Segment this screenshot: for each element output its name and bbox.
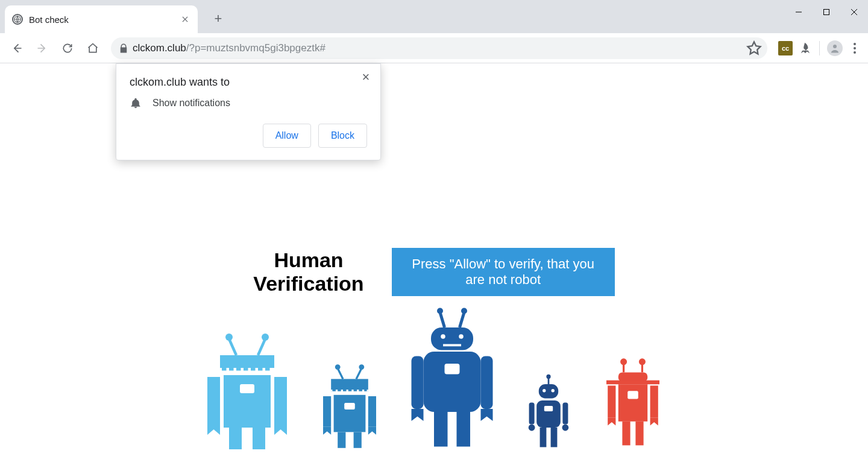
allow-button[interactable]: Allow — [263, 124, 311, 148]
svg-rect-13 — [229, 428, 242, 449]
svg-rect-46 — [536, 400, 561, 428]
svg-rect-64 — [622, 422, 630, 446]
globe-icon — [12, 14, 23, 25]
browser-toolbar: clckom.club/?p=muztsnbvmq5gi3bpgeztk# cc — [0, 33, 868, 63]
svg-point-45 — [552, 389, 555, 392]
svg-rect-22 — [344, 403, 355, 410]
svg-rect-59 — [606, 381, 659, 385]
svg-rect-26 — [354, 432, 362, 447]
svg-rect-35 — [424, 352, 481, 412]
svg-line-17 — [338, 368, 343, 379]
svg-rect-31 — [431, 327, 473, 350]
toolbar-actions: cc — [775, 40, 862, 56]
home-button[interactable] — [82, 37, 104, 59]
svg-rect-2 — [824, 10, 829, 15]
svg-rect-61 — [627, 391, 638, 399]
window-close-button[interactable] — [840, 0, 868, 24]
svg-rect-11 — [207, 377, 220, 422]
permission-title: clckom.club wants to — [130, 76, 367, 89]
svg-line-7 — [258, 339, 265, 355]
robot-icon — [407, 306, 497, 450]
svg-rect-65 — [635, 422, 643, 446]
svg-point-3 — [833, 45, 837, 48]
svg-rect-23 — [323, 396, 331, 427]
svg-rect-34 — [443, 344, 461, 346]
address-bar[interactable]: clckom.club/?p=muztsnbvmq5gi3bpgeztk# — [111, 37, 767, 59]
lock-icon[interactable] — [118, 43, 129, 54]
svg-rect-62 — [608, 385, 615, 417]
svg-rect-24 — [368, 396, 376, 427]
page-content: Human Verification Press "Allow" to veri… — [0, 63, 868, 468]
page-heading: Human Verification — [253, 248, 363, 296]
back-button[interactable] — [6, 37, 28, 59]
svg-line-6 — [229, 339, 236, 355]
svg-line-30 — [460, 312, 465, 327]
svg-rect-14 — [253, 428, 265, 449]
robot-icon — [521, 373, 576, 449]
svg-rect-38 — [481, 356, 493, 409]
browser-menu-button[interactable] — [848, 41, 862, 55]
profile-avatar[interactable] — [827, 40, 843, 56]
svg-rect-53 — [551, 428, 558, 447]
svg-rect-39 — [434, 412, 448, 447]
svg-rect-63 — [650, 385, 658, 417]
svg-rect-10 — [240, 384, 254, 393]
svg-rect-49 — [562, 403, 568, 425]
svg-rect-48 — [529, 403, 535, 425]
instruction-banner: Press "Allow" to verify, that you are no… — [392, 248, 615, 296]
robot-icon — [316, 363, 383, 449]
extension-rocket-icon[interactable] — [797, 41, 812, 55]
svg-rect-37 — [412, 356, 424, 409]
svg-line-29 — [440, 312, 445, 327]
url-domain: clckom.club — [133, 42, 186, 54]
svg-rect-52 — [540, 428, 547, 447]
svg-point-55 — [639, 358, 646, 365]
close-icon[interactable]: × — [359, 70, 373, 84]
tab-title: Bot check — [29, 14, 174, 25]
permission-item: Show notifications — [130, 97, 367, 109]
svg-point-54 — [620, 358, 627, 365]
robot-icon — [202, 332, 292, 449]
window-minimize-button[interactable] — [785, 0, 813, 24]
browser-tabstrip: Bot check + — [0, 0, 868, 33]
heading-line1: Human — [274, 248, 343, 271]
svg-rect-60 — [618, 384, 647, 422]
url-path: /?p=muztsnbvmq5gi3bpgeztk# — [186, 42, 326, 54]
extension-cc-icon[interactable]: cc — [778, 41, 793, 55]
toolbar-divider — [819, 41, 820, 55]
window-controls — [785, 0, 868, 24]
reload-button[interactable] — [57, 37, 78, 59]
close-icon[interactable] — [180, 14, 190, 25]
svg-rect-36 — [445, 364, 460, 375]
window-maximize-button[interactable] — [813, 0, 840, 24]
bell-icon — [130, 97, 142, 109]
svg-point-33 — [459, 334, 464, 339]
svg-rect-9 — [224, 375, 271, 428]
svg-rect-25 — [338, 432, 345, 447]
svg-point-50 — [529, 425, 535, 431]
svg-point-44 — [542, 389, 546, 392]
svg-rect-40 — [457, 412, 471, 447]
forward-button — [31, 37, 53, 59]
new-tab-button[interactable]: + — [210, 10, 227, 27]
svg-point-51 — [562, 425, 569, 431]
svg-point-32 — [441, 334, 445, 339]
bookmark-star-icon[interactable] — [746, 40, 763, 57]
permission-buttons: Allow Block — [130, 124, 367, 148]
robot-icon — [600, 356, 666, 449]
svg-rect-47 — [544, 406, 553, 411]
svg-rect-43 — [539, 384, 558, 398]
notification-permission-dialog: × clckom.club wants to Show notification… — [116, 63, 381, 160]
robots-illustration — [202, 329, 666, 449]
block-button[interactable]: Block — [318, 124, 367, 148]
svg-rect-12 — [274, 377, 287, 422]
svg-rect-58 — [618, 372, 647, 381]
permission-item-label: Show notifications — [153, 98, 230, 109]
browser-tab[interactable]: Bot check — [5, 5, 198, 33]
hero-row: Human Verification Press "Allow" to veri… — [253, 248, 614, 296]
svg-line-18 — [356, 368, 362, 379]
heading-line2: Verification — [253, 272, 363, 295]
svg-rect-21 — [334, 395, 366, 432]
url-text: clckom.club/?p=muztsnbvmq5gi3bpgeztk# — [133, 42, 746, 54]
